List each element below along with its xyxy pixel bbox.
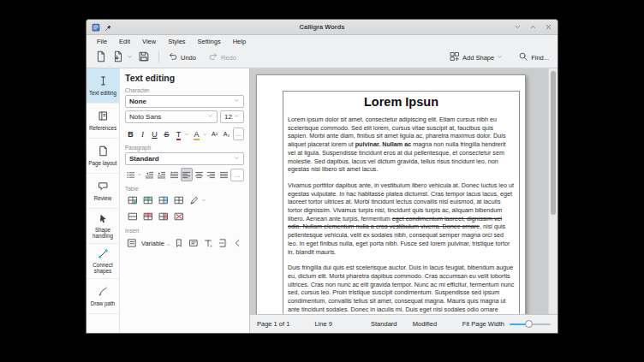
strikethrough-button[interactable]: S (161, 128, 172, 139)
zoom-slider-handle[interactable] (525, 320, 533, 328)
special-character-button[interactable] (230, 236, 244, 250)
split-cells-button[interactable] (171, 193, 186, 207)
minimize-button[interactable] (514, 23, 522, 31)
menu-view[interactable]: View (136, 36, 162, 47)
tool-options-panel: Text editing Character None Noto Sans 12 (120, 68, 250, 333)
add-shape-button[interactable]: Add Shape (447, 50, 505, 65)
highlight-color-button[interactable]: A (191, 128, 202, 139)
document-canvas[interactable]: Lorem Ipsun Lorem ipsum dolor sit amet, … (250, 68, 558, 314)
tool-tab-label: References (89, 125, 116, 131)
delete-column-button[interactable] (156, 210, 170, 223)
subscript-button[interactable]: A₂ (221, 128, 232, 139)
scrollbar-thumb[interactable] (551, 71, 556, 215)
titlebar[interactable]: Calligra Words (86, 20, 558, 35)
insert-section-label: Insert (125, 228, 244, 234)
border-pen-button[interactable] (187, 193, 201, 207)
tool-tab-draw-path[interactable]: Draw path (86, 279, 119, 314)
bookmark-button[interactable] (172, 236, 186, 250)
superscript-button[interactable]: A² (209, 128, 220, 139)
menu-edit[interactable]: Edit (113, 36, 136, 47)
tool-tab-label: Text editing (89, 90, 116, 96)
vertical-scrollbar[interactable] (548, 68, 558, 314)
undo-button[interactable]: Undo (165, 50, 199, 65)
menu-styles[interactable]: Styles (162, 36, 191, 47)
tool-tab-review[interactable]: Review (86, 174, 119, 209)
document-page[interactable]: Lorem Ipsun Lorem ipsum dolor sit amet, … (256, 74, 526, 314)
insert-row-button[interactable] (140, 193, 155, 207)
font-size-dropdown[interactable]: 12 (220, 110, 244, 123)
find-label: Find... (531, 54, 549, 62)
undo-label: Undo (181, 54, 196, 62)
font-color-button[interactable]: T (173, 128, 184, 139)
merge-cells-button[interactable] (125, 210, 140, 223)
align-justify-button[interactable] (218, 168, 230, 181)
calligra-words-app-icon[interactable] (92, 20, 100, 35)
save-button[interactable] (135, 49, 152, 66)
character-more-button[interactable]: … (233, 128, 244, 140)
zoom-mode-button[interactable]: Fit Page Width (462, 320, 504, 328)
page-break-button[interactable] (216, 236, 230, 250)
style-status: Standard (371, 320, 413, 328)
toolbar-separator (158, 51, 159, 63)
paragraph-more-button[interactable]: … (230, 169, 244, 181)
font-family-dropdown[interactable]: Noto Sans (125, 110, 218, 123)
menu-settings[interactable]: Settings (192, 36, 227, 47)
insert-frame-button[interactable] (125, 236, 139, 250)
delete-table-button[interactable] (171, 210, 186, 223)
paragraph-style-dropdown[interactable]: Standard (125, 152, 244, 165)
find-button[interactable]: Find... (516, 50, 552, 65)
tool-tab-shape-handling[interactable]: Shape handling (86, 209, 119, 244)
tool-tab-references[interactable]: References (86, 104, 119, 139)
connect-shapes-icon (98, 248, 109, 260)
text-frame[interactable]: Lorem Ipsun Lorem ipsum dolor sit amet, … (283, 91, 520, 314)
pin-icon[interactable] (104, 20, 112, 35)
tool-tab-text-editing[interactable]: Text editing (86, 68, 119, 104)
chevron-down-icon[interactable] (137, 172, 142, 177)
page-layout-icon (98, 145, 109, 157)
panel-title: Text editing (125, 73, 244, 83)
tool-tab-connect-shapes[interactable]: Connect shapes (86, 244, 119, 279)
redo-button[interactable]: Redo (206, 50, 239, 65)
new-document-button[interactable] (92, 49, 110, 66)
chevron-down-icon[interactable] (202, 132, 207, 137)
delete-row-button[interactable] (140, 210, 155, 223)
insert-text-button[interactable] (201, 236, 215, 250)
tool-tab-page-layout[interactable]: Page layout (86, 139, 119, 174)
document-paragraph: Vivamus porttitor dapibus ante, in vesti… (288, 181, 515, 256)
indent-increase-button[interactable] (156, 168, 168, 181)
chevron-down-icon (234, 98, 240, 105)
chevron-down-icon (166, 235, 171, 251)
modified-status: Modified (413, 320, 462, 328)
character-style-value: None (129, 98, 146, 105)
insert-column-button[interactable] (156, 193, 170, 207)
insert-note-button[interactable] (187, 236, 200, 250)
align-left-button[interactable] (181, 168, 193, 181)
align-center-button[interactable] (194, 168, 206, 181)
align-right-button[interactable] (206, 168, 218, 181)
draw-path-icon (98, 286, 109, 298)
menu-file[interactable]: File (91, 36, 113, 47)
zoom-slider[interactable] (510, 319, 551, 329)
variable-dropdown[interactable]: Variable (140, 235, 171, 251)
list-bullets-button[interactable] (125, 168, 137, 181)
underline-button[interactable]: U (149, 128, 160, 139)
menubar: FileEditViewStylesSettingsHelp (86, 35, 558, 47)
zoom-slider-track-filled (510, 323, 527, 325)
maximize-button[interactable] (529, 23, 537, 31)
chevron-down-icon[interactable] (201, 198, 206, 203)
indent-decrease-button[interactable] (144, 168, 156, 181)
menu-help[interactable]: Help (227, 36, 252, 47)
italic-button[interactable]: I (137, 128, 148, 139)
character-style-dropdown[interactable]: None (125, 95, 244, 108)
chevron-down-icon[interactable] (184, 132, 189, 137)
page-count-status: Page 1 of 1 (257, 320, 314, 328)
tool-tab-label: Page layout (88, 160, 116, 166)
indent-first-line-button[interactable] (169, 168, 181, 181)
open-document-button[interactable] (110, 49, 135, 66)
undo-icon (168, 51, 178, 63)
desktop: Calligra Words FileEditViewStylesSetting… (0, 0, 644, 362)
paragraph-style-value: Standard (129, 155, 159, 163)
bold-button[interactable]: B (125, 128, 136, 139)
close-button[interactable] (545, 23, 552, 31)
insert-table-button[interactable] (125, 193, 140, 207)
